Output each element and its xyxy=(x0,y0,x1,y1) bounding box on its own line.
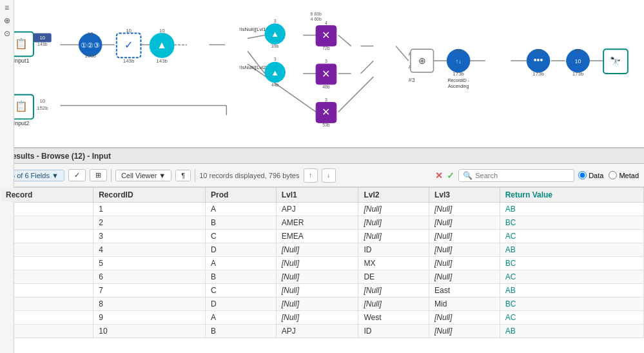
search-box: 🔍 xyxy=(458,169,574,182)
svg-text:Ascending: Ascending xyxy=(448,84,469,89)
svg-rect-68 xyxy=(411,49,434,72)
table-cell: [Null] xyxy=(429,203,500,216)
svg-text:3: 3 xyxy=(325,59,327,63)
table-row[interactable]: 99A[Null]West[Null]AC xyxy=(1,311,644,325)
svg-text:✕: ✕ xyxy=(322,106,330,117)
nav-up-button[interactable]: ↑ xyxy=(304,168,318,183)
svg-rect-54 xyxy=(316,26,337,46)
table-row[interactable]: 77C[Null][Null]EastAB xyxy=(1,284,644,298)
svg-text:▲: ▲ xyxy=(271,29,279,39)
data-radio[interactable] xyxy=(578,171,587,179)
table-cell: B xyxy=(206,270,277,284)
table-row[interactable]: 44D[Null]ID[Null]AB xyxy=(1,243,644,257)
table-cell: MX xyxy=(358,257,429,270)
svg-rect-46 xyxy=(265,24,286,45)
table-cell: 4 xyxy=(1,243,93,257)
table-row[interactable]: 66B[Null]DE[Null]AC xyxy=(1,270,644,284)
checkmark-button[interactable]: ✓ xyxy=(68,169,86,181)
svg-text:143b: 143b xyxy=(156,58,168,64)
svg-text:10: 10 xyxy=(39,35,45,41)
svg-text:!IsNull([Lvl1]): !IsNull([Lvl1]) xyxy=(239,26,269,32)
svg-rect-64 xyxy=(316,103,337,123)
data-table-container: Record RecordID Prod Lvl1 Lvl2 Lvl3 Retu… xyxy=(0,187,644,353)
meta-radio[interactable] xyxy=(609,171,617,179)
svg-text:6 83b: 6 83b xyxy=(310,12,321,16)
svg-text:163b: 163b xyxy=(84,53,96,59)
svg-line-14 xyxy=(248,64,316,112)
svg-text:173b: 173b xyxy=(532,71,544,77)
svg-text:▲: ▲ xyxy=(271,68,279,77)
svg-text:10: 10 xyxy=(575,58,581,65)
svg-text:3: 3 xyxy=(274,57,277,61)
svg-text:RecordID -: RecordID - xyxy=(447,78,469,83)
search-icon: 🔍 xyxy=(463,171,473,180)
svg-line-5 xyxy=(248,35,265,39)
table-cell: [Null] xyxy=(276,284,358,298)
svg-text:↑↓: ↑↓ xyxy=(456,58,462,65)
table-cell: 5 xyxy=(93,257,206,270)
col-recordid: RecordID xyxy=(93,188,206,203)
data-table: Record RecordID Prod Lvl1 Lvl2 Lvl3 Retu… xyxy=(0,187,644,338)
table-cell: BC xyxy=(500,257,643,270)
table-cell: C xyxy=(206,284,277,298)
table-row[interactable]: 22BAMER[Null][Null]BC xyxy=(1,216,644,230)
table-cell: AC xyxy=(500,270,643,284)
table-cell: D xyxy=(206,298,277,311)
toolbar: 6 of 6 Fields ▼ ✓ ⊞ Cell Viewer ▼ ¶ 10 r… xyxy=(0,164,644,187)
svg-text:3: 3 xyxy=(325,97,327,102)
table-cell: [Null] xyxy=(276,311,358,325)
search-input[interactable] xyxy=(475,172,565,179)
clear-button[interactable]: ✕ xyxy=(435,170,443,181)
meta-radio-label[interactable]: Metad xyxy=(609,171,639,179)
svg-text:!IsNull([Lvl2]): !IsNull([Lvl2]) xyxy=(239,65,269,70)
svg-text:173b: 173b xyxy=(453,71,464,77)
table-row[interactable]: 55A[Null]MX[Null]BC xyxy=(1,257,644,270)
table-cell: 10 xyxy=(1,325,93,338)
svg-line-15 xyxy=(338,77,374,112)
notes-button[interactable]: ¶ xyxy=(175,170,191,181)
table-cell: 1 xyxy=(93,203,206,216)
col-lvl2: Lvl2 xyxy=(358,188,429,203)
table-cell: 2 xyxy=(93,216,206,230)
svg-text:①②③: ①②③ xyxy=(81,41,100,49)
cell-viewer-button[interactable]: Cell Viewer ▼ xyxy=(115,170,171,181)
svg-text:10: 10 xyxy=(126,28,132,34)
settings-icon[interactable]: ⊙ xyxy=(2,28,12,39)
svg-text:39b: 39b xyxy=(271,44,279,48)
table-cell: 8 xyxy=(93,298,206,311)
svg-text:4 60b: 4 60b xyxy=(310,17,321,21)
clock-icon[interactable]: ⊕ xyxy=(2,15,12,26)
divider-1 xyxy=(111,169,112,182)
svg-text:48b: 48b xyxy=(322,85,330,89)
svg-line-13 xyxy=(360,61,373,74)
table-cell: AC xyxy=(500,230,643,243)
table-cell: AMER xyxy=(276,216,358,230)
table-row[interactable]: 11AAPJ[Null][Null]AB xyxy=(1,203,644,216)
table-cell: AB xyxy=(500,325,643,338)
table-cell: APJ xyxy=(276,325,358,338)
table-cell: Mid xyxy=(429,298,500,311)
svg-text:⊕: ⊕ xyxy=(418,55,426,66)
nav-down-button[interactable]: ↓ xyxy=(322,168,336,183)
col-prod: Prod xyxy=(206,188,277,203)
grid-button[interactable]: ⊞ xyxy=(90,169,107,181)
table-row[interactable]: 33CEMEA[Null][Null]AC xyxy=(1,230,644,243)
workflow-canvas: #1 #2 #3 📋 10 143b Input1 ①②③ 10 163b ✓ … xyxy=(0,0,644,148)
table-cell: 2 xyxy=(1,216,93,230)
cell-viewer-label: Cell Viewer ▼ xyxy=(121,172,166,179)
svg-text:44b: 44b xyxy=(271,83,279,87)
table-cell: 7 xyxy=(1,284,93,298)
data-radio-label[interactable]: Data xyxy=(578,171,603,179)
table-cell: [Null] xyxy=(429,325,500,338)
svg-text:📋: 📋 xyxy=(15,101,28,113)
table-row[interactable]: 1010BAPJID[Null]AB xyxy=(1,325,644,338)
table-cell: 7 xyxy=(93,284,206,298)
svg-text:10: 10 xyxy=(456,48,462,54)
list-icon[interactable]: ≡ xyxy=(2,3,12,13)
results-title: Results - Browse (12) - Input xyxy=(6,152,111,161)
svg-point-32 xyxy=(79,34,102,57)
svg-text:143b: 143b xyxy=(123,58,135,64)
confirm-button[interactable]: ✓ xyxy=(447,170,454,181)
table-cell: [Null] xyxy=(358,203,429,216)
table-row[interactable]: 88D[Null][Null]MidBC xyxy=(1,298,644,311)
